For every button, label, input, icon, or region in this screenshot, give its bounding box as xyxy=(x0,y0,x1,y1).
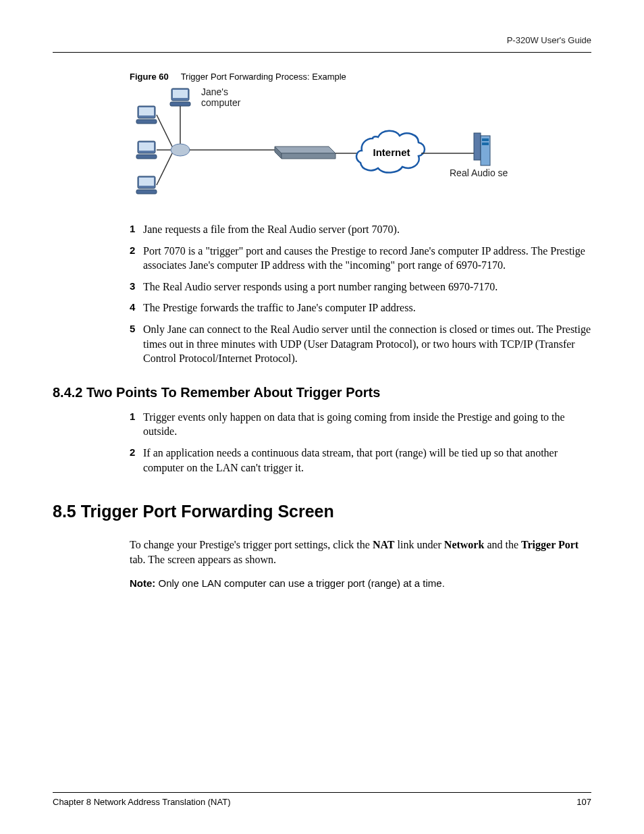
list-item: The Prestige forwards the traffic to Jan… xyxy=(130,301,591,315)
trigger-port-text: Trigger Port xyxy=(521,539,579,550)
server-label: Real Audio server xyxy=(450,167,508,178)
list-item: Only Jane can connect to the Real Audio … xyxy=(130,322,591,366)
pc-icon xyxy=(136,141,157,159)
network-diagram: Internet Jane's computer Real Audio serv… xyxy=(130,86,591,210)
router-icon xyxy=(171,144,190,156)
svg-rect-10 xyxy=(173,90,188,98)
list-item: Jane requests a file from the Real Audio… xyxy=(130,222,591,237)
note-text: Only one LAN computer can use a trigger … xyxy=(155,577,445,589)
svg-rect-1 xyxy=(139,107,154,115)
figure-label: Figure 60 xyxy=(130,72,169,82)
process-steps-list: Jane requests a file from the Real Audio… xyxy=(130,222,591,366)
janes-label-1: Jane's xyxy=(201,86,228,97)
link-line xyxy=(157,115,173,148)
section-842-body: Trigger events only happen on data that … xyxy=(130,410,591,475)
text: and the xyxy=(484,539,521,550)
internet-label: Internet xyxy=(373,147,410,158)
page: P-320W User's Guide Figure 60 Trigger Po… xyxy=(0,0,644,834)
footer-rule xyxy=(53,792,591,793)
text: tab. The screen appears as shown. xyxy=(130,554,276,565)
network-text: Network xyxy=(444,539,485,550)
svg-rect-4 xyxy=(139,142,154,151)
section-842-heading: 8.4.2 Two Points To Remember About Trigg… xyxy=(53,385,591,400)
footer-chapter: Chapter 8 Network Address Translation (N… xyxy=(53,797,230,807)
nat-link-text: NAT xyxy=(373,539,395,550)
svg-rect-11 xyxy=(170,102,190,106)
footer-page-number: 107 xyxy=(576,797,591,807)
svg-rect-5 xyxy=(136,155,157,159)
list-item: Trigger events only happen on data that … xyxy=(130,410,591,439)
svg-rect-14 xyxy=(482,138,489,141)
svg-rect-7 xyxy=(139,178,154,186)
header-doc-title: P-320W User's Guide xyxy=(53,35,591,52)
server-icon xyxy=(474,133,490,165)
pc-icon xyxy=(136,176,157,194)
list-item: If an application needs a continuous dat… xyxy=(130,446,591,475)
figure-caption-text: Trigger Port Forwarding Process: Example xyxy=(181,72,346,82)
figure-caption: Figure 60 Trigger Port Forwarding Proces… xyxy=(130,72,591,82)
modem-icon xyxy=(275,147,336,159)
text: link under xyxy=(395,539,444,550)
note-label: Note: xyxy=(130,577,155,589)
svg-rect-15 xyxy=(482,142,489,145)
janes-label-2: computer xyxy=(201,97,241,108)
link-line xyxy=(157,152,173,185)
text: To change your Prestige's trigger port s… xyxy=(130,539,373,550)
page-footer: Chapter 8 Network Address Translation (N… xyxy=(53,792,591,807)
list-item: Port 7070 is a "trigger" port and causes… xyxy=(130,244,591,273)
svg-rect-8 xyxy=(136,190,157,194)
section-85-intro: To change your Prestige's trigger port s… xyxy=(130,538,591,567)
svg-rect-12 xyxy=(474,133,481,160)
header-rule xyxy=(53,52,591,53)
remember-points-list: Trigger events only happen on data that … xyxy=(130,410,591,475)
section-85-heading: 8.5 Trigger Port Forwarding Screen xyxy=(53,502,591,521)
svg-rect-2 xyxy=(136,120,157,124)
note: Note: Only one LAN computer can use a tr… xyxy=(130,577,591,589)
pc-icon xyxy=(136,106,157,124)
list-item: The Real Audio server responds using a p… xyxy=(130,280,591,294)
janes-pc-icon xyxy=(170,88,190,106)
figure-block: Figure 60 Trigger Port Forwarding Proces… xyxy=(130,72,591,366)
internet-cloud-icon: Internet xyxy=(356,131,425,173)
